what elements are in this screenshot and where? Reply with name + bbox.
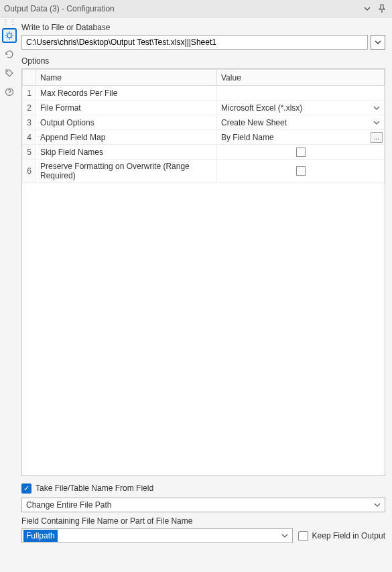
options-grid: Name Value 1Max Records Per File2File Fo… [21, 68, 385, 476]
svg-point-1 [7, 71, 9, 72]
chevron-down-icon [373, 105, 380, 111]
field-containing-label: Field Containing File Name or Part of Fi… [21, 516, 385, 526]
option-name: Append Field Map [36, 130, 217, 145]
chevron-down-icon [373, 119, 380, 126]
chevron-down-icon [281, 532, 288, 539]
field-name-value: Fullpath [23, 530, 58, 542]
option-checkbox[interactable] [296, 166, 306, 176]
option-value: Microsoft Excel (*.xlsx) [221, 103, 302, 113]
ellipsis-button[interactable]: ... [371, 132, 383, 143]
row-number: 4 [23, 130, 36, 145]
option-name: Preserve Formatting on Overwrite (Range … [36, 160, 217, 183]
row-number: 1 [23, 86, 36, 101]
tag-icon [5, 68, 14, 78]
options-label: Options [21, 56, 385, 66]
option-value-cell[interactable] [217, 86, 385, 101]
option-value-cell[interactable]: Microsoft Excel (*.xlsx) [217, 101, 385, 115]
row-number: 6 [23, 160, 36, 183]
option-name: Skip Field Names [36, 145, 217, 160]
table-row: 5Skip Field Names [23, 145, 385, 160]
table-row: 4Append Field MapBy Field Name... [23, 130, 385, 145]
option-value-cell[interactable] [217, 145, 385, 160]
titlebar: Output Data (3) - Configuration [0, 0, 392, 17]
grid-corner [23, 70, 36, 86]
option-name: Output Options [36, 115, 217, 130]
collapse-icon[interactable] [361, 3, 373, 15]
take-from-field-checkbox[interactable]: ✓ [21, 483, 31, 494]
keep-field-checkbox[interactable] [298, 531, 308, 541]
file-path-input[interactable] [21, 35, 368, 50]
option-value: Create New Sheet [221, 118, 287, 127]
option-checkbox[interactable] [296, 148, 306, 157]
table-row: 6Preserve Formatting on Overwrite (Range… [23, 160, 385, 183]
row-number: 3 [23, 115, 36, 130]
column-header-name[interactable]: Name [36, 70, 217, 86]
change-path-value: Change Entire File Path [26, 500, 111, 510]
drag-handle-icon[interactable]: ⋮⋮ [2, 20, 17, 24]
table-row: 2File FormatMicrosoft Excel (*.xlsx) [23, 101, 385, 115]
chevron-down-icon [374, 502, 381, 508]
table-row: 1Max Records Per File [23, 86, 385, 101]
option-value-cell[interactable] [217, 160, 385, 183]
option-value: By Field Name [221, 133, 274, 142]
row-number: 2 [23, 101, 36, 115]
option-name: File Format [36, 101, 217, 115]
option-value-cell[interactable]: Create New Sheet [217, 115, 385, 130]
row-number: 5 [23, 145, 36, 160]
table-row: 3Output OptionsCreate New Sheet [23, 115, 385, 130]
tag-tab[interactable] [2, 66, 17, 80]
help-tab[interactable] [2, 84, 17, 99]
refresh-icon [5, 50, 14, 59]
change-path-select[interactable]: Change Entire File Path [21, 498, 385, 512]
chevron-down-icon [375, 39, 381, 46]
panel-title: Output Data (3) - Configuration [4, 4, 358, 13]
config-tab[interactable] [2, 28, 17, 43]
write-section-label: Write to File or Database [21, 23, 385, 32]
keep-field-label: Keep Field in Output [312, 531, 385, 540]
file-path-dropdown-button[interactable] [371, 35, 385, 50]
take-from-field-label: Take File/Table Name From Field [36, 483, 153, 493]
svg-point-0 [7, 34, 11, 38]
help-icon [5, 87, 14, 97]
column-header-value[interactable]: Value [217, 70, 385, 86]
gear-icon [5, 31, 14, 40]
pin-icon[interactable] [376, 3, 388, 15]
field-name-combo[interactable]: Fullpath [21, 528, 293, 543]
svg-point-3 [9, 94, 9, 95]
sidebar: ⋮⋮ [0, 17, 19, 572]
option-value-cell[interactable]: By Field Name... [217, 130, 385, 145]
refresh-tab[interactable] [2, 47, 17, 62]
option-name: Max Records Per File [36, 86, 217, 101]
